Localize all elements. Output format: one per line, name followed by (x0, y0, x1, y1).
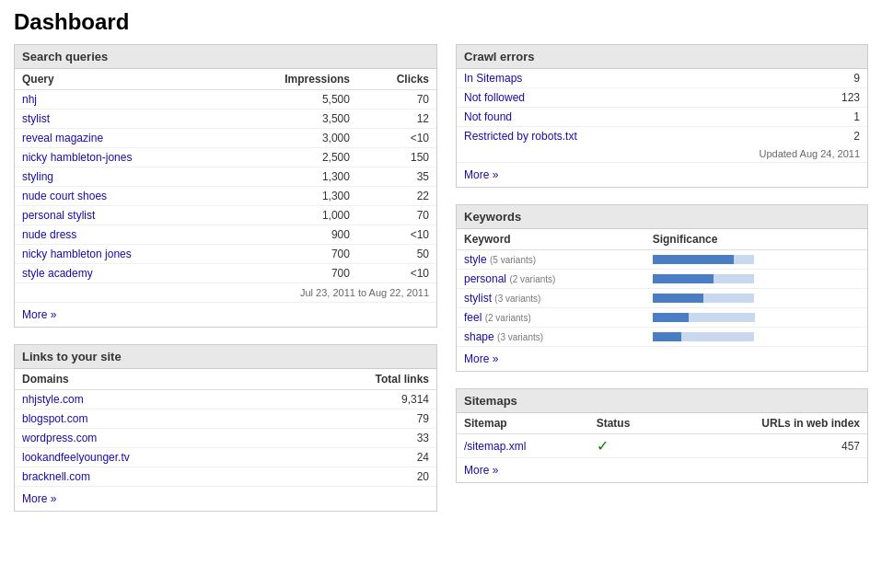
keywords-table: Keyword Significance style (5 variants) … (457, 229, 867, 346)
query-cell: nhj (15, 90, 224, 110)
variants-text: (5 variants) (490, 255, 536, 265)
impressions-cell: 3,500 (224, 110, 357, 129)
table-row: Not followed 123 (457, 88, 867, 108)
clicks-cell: <10 (357, 129, 436, 148)
bar-empty (689, 313, 755, 322)
domain-cell: nhjstyle.com (15, 390, 284, 409)
table-row: nhjstyle.com 9,314 (15, 390, 436, 409)
domain-cell: lookandfeelyounger.tv (15, 448, 284, 467)
sitemap-cell: /sitemap.xml (457, 434, 589, 458)
variants-text: (2 variants) (509, 274, 555, 284)
sitemaps-table: Sitemap Status URLs in web index /sitema… (457, 413, 867, 457)
impressions-cell: 1,300 (224, 187, 357, 206)
query-cell: nude court shoes (15, 187, 224, 206)
table-row: personal stylist 1,000 70 (15, 206, 436, 225)
clicks-cell: <10 (357, 225, 436, 245)
search-queries-section: Query Impressions Clicks nhj 5,500 70 st… (14, 69, 437, 328)
checkmark-icon: ✓ (597, 438, 609, 454)
clicks-cell: 70 (357, 90, 436, 110)
col-clicks: Clicks (357, 69, 436, 90)
bar-filled (653, 332, 681, 341)
impressions-cell: 700 (224, 245, 357, 264)
error-count-cell: 9 (783, 69, 867, 88)
clicks-cell: 35 (357, 167, 436, 187)
bar-empty (714, 274, 754, 283)
search-queries-more[interactable]: More » (15, 302, 436, 327)
col-significance: Significance (645, 229, 867, 250)
impressions-cell: 1,300 (224, 167, 357, 187)
domain-cell: blogspot.com (15, 409, 284, 429)
status-cell: ✓ (589, 434, 673, 458)
error-label-cell: In Sitemaps (457, 69, 783, 88)
col-urls: URLs in web index (673, 413, 868, 434)
impressions-cell: 3,000 (224, 129, 357, 148)
clicks-cell: 70 (357, 206, 436, 225)
table-row: personal (2 variants) (457, 270, 867, 289)
table-row: styling 1,300 35 (15, 167, 436, 187)
keywords-section: Keyword Significance style (5 variants) … (456, 229, 868, 372)
keyword-cell: personal (2 variants) (457, 270, 645, 289)
table-row: style (5 variants) (457, 250, 867, 270)
links-cell: 9,314 (284, 390, 436, 409)
bar-filled (653, 255, 734, 264)
crawl-errors-header: Crawl errors (456, 44, 868, 69)
table-row: stylist 3,500 12 (15, 110, 436, 129)
error-count-cell: 1 (783, 108, 867, 127)
bar-empty (734, 255, 754, 264)
keyword-cell: feel (2 variants) (457, 308, 645, 328)
urls-cell: 457 (673, 434, 868, 458)
table-row: nicky hambleton jones 700 50 (15, 245, 436, 264)
sitemaps-more[interactable]: More » (457, 457, 867, 482)
col-status: Status (589, 413, 673, 434)
significance-cell (645, 308, 867, 328)
search-queries-date-range: Jul 23, 2011 to Aug 22, 2011 (15, 282, 436, 302)
col-sitemap: Sitemap (457, 413, 589, 434)
table-row: /sitemap.xml ✓ 457 (457, 434, 867, 458)
crawl-errors-more[interactable]: More » (457, 162, 867, 187)
search-queries-table: Query Impressions Clicks nhj 5,500 70 st… (15, 69, 436, 282)
impressions-cell: 700 (224, 264, 357, 283)
significance-bar (653, 294, 763, 303)
query-cell: styling (15, 167, 224, 187)
table-row: reveal magazine 3,000 <10 (15, 129, 436, 148)
query-cell: nude dress (15, 225, 224, 245)
keyword-cell: shape (3 variants) (457, 328, 645, 347)
table-row: stylist (3 variants) (457, 289, 867, 308)
table-row: nhj 5,500 70 (15, 90, 436, 110)
crawl-errors-section: In Sitemaps 9 Not followed 123 Not found… (456, 69, 868, 188)
error-count-cell: 123 (783, 88, 867, 108)
sitemaps-section: Sitemap Status URLs in web index /sitema… (456, 413, 868, 483)
links-cell: 20 (284, 467, 436, 487)
variants-text: (3 variants) (497, 332, 543, 342)
table-row: nude dress 900 <10 (15, 225, 436, 245)
domain-cell: wordpress.com (15, 429, 284, 448)
significance-cell (645, 328, 867, 347)
significance-cell (645, 289, 867, 308)
col-query: Query (15, 69, 224, 90)
table-row: In Sitemaps 9 (457, 69, 867, 88)
error-count-cell: 2 (783, 127, 867, 146)
significance-bar (653, 255, 763, 264)
keywords-more[interactable]: More » (457, 346, 867, 371)
error-label-cell: Not found (457, 108, 783, 127)
table-row: bracknell.com 20 (15, 467, 436, 487)
table-row: shape (3 variants) (457, 328, 867, 347)
query-cell: style academy (15, 264, 224, 283)
significance-cell (645, 270, 867, 289)
error-label-cell: Restricted by robots.txt (457, 127, 783, 146)
clicks-cell: <10 (357, 264, 436, 283)
search-queries-header: Search queries (14, 44, 437, 69)
sitemaps-header: Sitemaps (456, 388, 868, 413)
impressions-cell: 5,500 (224, 90, 357, 110)
col-impressions: Impressions (224, 69, 357, 90)
clicks-cell: 50 (357, 245, 436, 264)
bar-empty (703, 294, 754, 303)
links-header: Links to your site (14, 344, 437, 369)
significance-bar (653, 313, 763, 322)
table-row: feel (2 variants) (457, 308, 867, 328)
clicks-cell: 150 (357, 148, 436, 167)
significance-bar (653, 274, 763, 283)
bar-empty (681, 332, 754, 341)
links-more[interactable]: More » (15, 486, 436, 511)
table-row: nude court shoes 1,300 22 (15, 187, 436, 206)
